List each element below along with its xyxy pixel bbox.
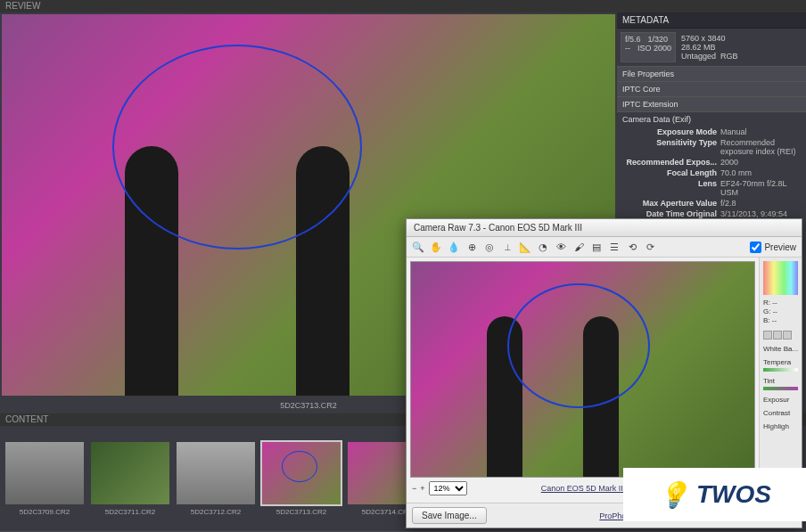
straighten-tool-icon[interactable]: 📐 [519, 241, 531, 253]
graduated-filter-icon[interactable]: ▤ [590, 241, 603, 253]
review-header: REVIEW [0, 0, 806, 12]
camera-raw-image[interactable] [410, 261, 755, 478]
twos-logo: 💡 TWOS [623, 468, 806, 521]
detail-tab-icon[interactable] [783, 331, 792, 340]
section-file-properties[interactable]: File Properties [617, 66, 806, 81]
highlight-label: Highligh [763, 422, 798, 430]
thumbnail-image [262, 442, 341, 504]
hand-tool-icon[interactable]: ✋ [430, 241, 442, 253]
aperture-value: f/5.6 [625, 35, 641, 44]
temperature-label: Tempera [763, 358, 798, 366]
color-sampler-icon[interactable]: ⊕ [465, 241, 478, 253]
metadata-title: METADATA [617, 12, 806, 29]
shutter-value: 1/320 [648, 35, 669, 44]
white-balance-label: White Ba... [763, 345, 798, 353]
thumbnail-label: 5D2C3711.CR2 [91, 508, 169, 516]
tint-slider[interactable] [763, 387, 798, 390]
zoom-out-button[interactable]: − [412, 484, 416, 493]
preview-label: Preview [764, 242, 796, 252]
exif-key: Recommended Expos... [622, 158, 720, 167]
thumbnail-label: 5D2C3712.CR2 [177, 508, 255, 516]
exif-key: Max Aperture Value [622, 199, 720, 208]
adjustment-brush-icon[interactable]: 🖌 [572, 241, 585, 253]
rgb-g: G: -- [763, 307, 798, 316]
zoom-tool-icon[interactable]: 🔍 [412, 241, 424, 253]
contrast-label: Contrast [763, 409, 798, 417]
thumbnail-image [177, 442, 255, 504]
target-adjustment-icon[interactable]: ◎ [483, 241, 496, 253]
exif-value: Recommended exposure index (REI) [720, 138, 801, 156]
exif-value: 70.0 mm [720, 168, 801, 177]
thumbnail[interactable]: 5D2C3711.CR2 [91, 442, 169, 516]
exposure-summary: f/5.6 1/320 -- ISO 2000 [621, 32, 676, 62]
preferences-icon[interactable]: ☰ [608, 241, 621, 253]
thumbnail-label: 5D2C3713.CR2 [262, 508, 341, 516]
thumbnail[interactable]: 5D2C3712.CR2 [177, 442, 255, 516]
thumbnail-selected[interactable]: 5D2C3713.CR2 [262, 442, 341, 516]
dialog-title: Camera Raw 7.3 - Canon EOS 5D Mark III [407, 219, 802, 237]
annotation-circle [112, 45, 362, 250]
exif-key: Exposure Mode [622, 127, 720, 136]
camera-raw-toolbar: 🔍 ✋ 💧 ⊕ ◎ ⟂ 📐 ◔ 👁 🖌 ▤ ☰ ⟲ ⟳ Preview [407, 237, 802, 258]
camera-raw-adjustments: R: -- G: -- B: -- White Ba... Tempera Ti… [759, 258, 802, 503]
section-iptc-core[interactable]: IPTC Core [617, 81, 806, 96]
preview-checkbox-input[interactable] [750, 241, 761, 253]
ev-value: -- [625, 44, 630, 53]
annotation-circle [282, 451, 317, 482]
basic-tab-icon[interactable] [763, 331, 772, 340]
save-image-button[interactable]: Save Image... [412, 507, 487, 524]
crop-tool-icon[interactable]: ⟂ [501, 241, 514, 253]
redeye-tool-icon[interactable]: 👁 [555, 241, 567, 253]
exif-value: EF24-70mm f/2.8L USM [720, 179, 801, 197]
file-summary: 5760 x 3840 28.62 MB Untagged RGB [678, 32, 802, 62]
iso-value: ISO 2000 [637, 44, 671, 53]
logo-text: TWOS [696, 480, 771, 509]
exif-key: Focal Length [622, 168, 720, 177]
histogram [763, 261, 798, 295]
rotate-cw-icon[interactable]: ⟳ [644, 241, 656, 253]
tag-value: Untagged [681, 52, 716, 61]
temperature-slider[interactable] [763, 368, 798, 372]
thumbnail-image [91, 442, 169, 504]
section-iptc-extension[interactable]: IPTC Extension [617, 96, 806, 111]
exif-key: Lens [622, 179, 720, 197]
lightbulb-icon: 💡 [658, 480, 689, 510]
thumbnail-label: 5D2C3709.CR2 [5, 508, 84, 516]
thumbnail[interactable]: 5D2C3709.CR2 [5, 442, 84, 516]
dimensions-value: 5760 x 3840 [681, 34, 799, 43]
curve-tab-icon[interactable] [773, 331, 782, 340]
rgb-b: B: -- [763, 316, 798, 325]
rotate-ccw-icon[interactable]: ⟲ [626, 241, 638, 253]
annotation-circle [507, 283, 650, 408]
exif-value: Manual [720, 127, 801, 136]
rgb-r: R: -- [763, 299, 798, 307]
zoom-select[interactable]: 12% [429, 481, 467, 495]
exposure-label: Exposur [763, 396, 798, 404]
thumbnail-image [5, 442, 84, 504]
preview-checkbox[interactable]: Preview [750, 241, 796, 253]
filesize-value: 28.62 MB [681, 43, 799, 52]
zoom-in-button[interactable]: + [420, 484, 424, 493]
white-balance-tool-icon[interactable]: 💧 [448, 241, 460, 253]
section-camera-data[interactable]: Camera Data (Exif) [617, 111, 806, 127]
exif-key: Sensitivity Type [622, 138, 720, 156]
spot-removal-icon[interactable]: ◔ [537, 241, 549, 253]
tint-label: Tint [763, 377, 798, 385]
exif-value: f/2.8 [720, 199, 801, 208]
exif-value: 2000 [720, 158, 801, 167]
colorspace-value: RGB [720, 52, 738, 61]
